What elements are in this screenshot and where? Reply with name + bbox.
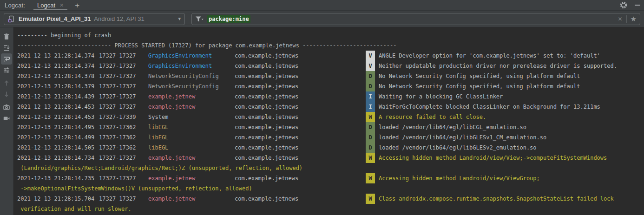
log-level-badge: D (366, 81, 375, 91)
log-row: 2021-12-13 21:28:14.45317327-17327exampl… (17, 102, 644, 112)
log-row: 2021-12-13 21:28:14.73417327-17327exampl… (17, 153, 644, 163)
log-row: 2021-12-13 21:28:14.37417327-17327Graphi… (17, 61, 644, 71)
log-row: 2021-12-13 21:28:14.37817327-17327Networ… (17, 71, 644, 81)
log-package: com.example.jetnews (235, 81, 366, 91)
log-row: 2021-12-13 21:28:14.45317327-17339System… (17, 112, 644, 122)
log-pid: 17327-17362 (99, 122, 148, 132)
log-tag: example.jetnew (148, 173, 235, 183)
log-pid: 17327-17327 (99, 102, 148, 112)
log-tag: example.jetnew (148, 102, 235, 112)
log-row: 2021-12-13 21:28:14.73517327-17327exampl… (17, 173, 644, 183)
log-message: Waiting for a blocking GC ClassLinker (375, 91, 503, 102)
formatting-options-icon[interactable] (1, 65, 12, 76)
log-tag: System (148, 112, 235, 122)
log-continuation-row: ->makeOptionalFitsSystemWindows()V (unsu… (17, 183, 644, 194)
log-pid: 17327-17327 (99, 153, 148, 163)
log-message: No Network Security Config specified, us… (375, 71, 580, 81)
log-level-badge: W (366, 153, 375, 163)
log-package: com.example.jetnews (235, 194, 366, 204)
device-selector[interactable]: Emulator Pixel_4_API_31 Android 12, API … (4, 13, 185, 25)
log-tag: GraphicsEnvironment (148, 51, 235, 61)
log-pid: 17327-17327 (99, 61, 148, 71)
log-level-badge: V (366, 61, 375, 71)
log-message: WaitForGcToComplete blocked ClassLinker … (375, 102, 600, 112)
log-package: com.example.jetnews (235, 91, 366, 102)
new-tab-button[interactable]: + (73, 1, 81, 9)
tab-close-icon[interactable]: ✕ (59, 3, 64, 8)
log-timestamp: 2021-12-13 21:28:15.704 (17, 194, 99, 204)
log-pid: 17327-17327 (99, 91, 148, 102)
log-timestamp: 2021-12-13 21:28:14.378 (17, 71, 99, 81)
log-level-badge: W (366, 112, 375, 122)
log-level-badge: V (366, 51, 375, 61)
filter-funnel-icon (195, 16, 204, 22)
next-occurrence-icon[interactable] (1, 89, 12, 100)
log-package: com.example.jetnews (235, 51, 366, 61)
log-separator-row: --------- beginning of crash (17, 30, 644, 40)
soft-wrap-icon[interactable] (1, 53, 12, 65)
log-timestamp: 2021-12-13 21:28:14.734 (17, 153, 99, 163)
clear-logcat-icon[interactable] (1, 31, 12, 42)
log-package: com.example.jetnews (235, 132, 366, 143)
log-timestamp: 2021-12-13 21:28:14.379 (17, 81, 99, 91)
log-message: Accessing hidden method Landroid/view/Vi… (375, 173, 540, 183)
hide-panel-icon[interactable] (635, 5, 640, 6)
filter-input[interactable]: package:mine ✕ ★ (191, 13, 640, 25)
log-continuation-row: (Landroid/graphics/Rect;Landroid/graphic… (17, 163, 644, 173)
log-package: com.example.jetnews (235, 61, 366, 71)
logcat-panel: Logcat: Logcat ✕ + Emulator (0, 0, 644, 215)
emulator-device-icon (8, 15, 15, 23)
log-message-continuation: verification and will run slower. (17, 204, 131, 214)
chevron-down-icon: ▾ (178, 16, 181, 22)
log-package: com.example.jetnews (235, 143, 366, 153)
log-rows: --------- beginning of crash------------… (13, 27, 644, 215)
log-row: 2021-12-13 21:28:14.37917327-17327Networ… (17, 81, 644, 91)
log-package: com.example.jetnews (235, 173, 366, 183)
log-message: loaded /vendor/lib64/egl/libGLESv1_CM_em… (375, 132, 546, 143)
log-package: com.example.jetnews (235, 71, 366, 81)
log-tag: example.jetnew (148, 153, 235, 163)
log-level-badge: D (366, 143, 375, 153)
log-timestamp: 2021-12-13 21:28:14.439 (17, 91, 99, 102)
log-message: No Network Security Config specified, us… (375, 81, 580, 91)
log-timestamp: 2021-12-13 21:28:14.735 (17, 173, 99, 183)
log-tag: NetworkSecurityConfig (148, 81, 235, 91)
log-separator-text: --------- beginning of crash (17, 30, 111, 40)
settings-gear-icon[interactable] (620, 1, 627, 9)
divider (626, 15, 627, 23)
log-package: com.example.jetnews (235, 153, 366, 163)
log-level-badge: D (366, 122, 375, 132)
log-row: 2021-12-13 21:28:14.49517327-17362libEGL… (17, 122, 644, 132)
scroll-to-end-icon[interactable] (1, 42, 12, 53)
clear-filter-icon[interactable]: ✕ (618, 16, 622, 22)
log-message: Neither updatable production driver nor … (375, 61, 617, 71)
log-tag: example.jetnew (148, 91, 235, 102)
filter-query-text[interactable]: package:mine (207, 15, 250, 23)
log-message: Accessing hidden method Landroid/view/Vi… (375, 153, 607, 163)
tab-label: Logcat (37, 2, 55, 9)
screenshot-camera-icon[interactable] (1, 102, 12, 113)
log-pid: 17327-17327 (99, 51, 148, 61)
screen-record-icon[interactable] (1, 113, 12, 124)
tab-logcat[interactable]: Logcat ✕ (33, 0, 67, 10)
log-timestamp: 2021-12-13 21:28:14.374 (17, 51, 99, 61)
log-row: 2021-12-13 21:28:14.37417327-17327Graphi… (17, 51, 644, 61)
device-details: Android 12, API 31 (94, 15, 144, 22)
log-continuation-row: verification and will run slower. (17, 204, 644, 214)
device-name: Emulator Pixel_4_API_31 (19, 15, 91, 22)
favorite-star-icon[interactable]: ★ (631, 15, 637, 22)
log-pid: 17327-17327 (99, 81, 148, 91)
log-message: loaded /vendor/lib64/egl/libGLESv2_emula… (375, 143, 537, 153)
logcat-titlebar: Logcat: Logcat ✕ + (0, 0, 644, 11)
log-package: com.example.jetnews (235, 102, 366, 112)
log-pid: 17327-17339 (99, 112, 148, 122)
log-separator-row: ---------------------------- PROCESS STA… (17, 40, 644, 51)
previous-occurrence-icon[interactable] (1, 78, 12, 89)
log-pid: 17327-17327 (99, 71, 148, 81)
log-timestamp: 2021-12-13 21:28:14.505 (17, 143, 99, 153)
log-pid: 17327-17362 (99, 143, 148, 153)
log-timestamp: 2021-12-13 21:28:14.374 (17, 61, 99, 71)
log-level-badge: D (366, 71, 375, 81)
logcat-toolbar: Emulator Pixel_4_API_31 Android 12, API … (0, 11, 644, 27)
log-message-continuation: ->makeOptionalFitsSystemWindows()V (unsu… (17, 183, 252, 194)
